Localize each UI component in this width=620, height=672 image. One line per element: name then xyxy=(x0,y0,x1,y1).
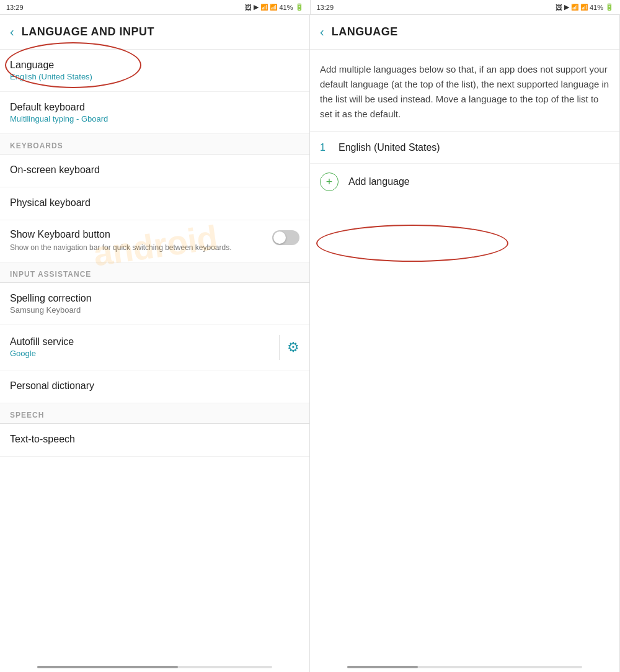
spelling-correction-item[interactable]: Spelling correction Samsung Keyboard xyxy=(0,283,309,325)
left-panel: ‹ LANGUAGE AND INPUT Language English (U… xyxy=(0,15,310,672)
right-panel-header: ‹ LANGUAGE xyxy=(310,15,619,50)
left-panel-header: ‹ LANGUAGE AND INPUT xyxy=(0,15,309,50)
physical-keyboard-item[interactable]: Physical keyboard xyxy=(0,187,309,220)
battery-icon-r: 🔋 xyxy=(605,3,614,11)
battery-right: 41% xyxy=(590,4,603,11)
right-back-button[interactable]: ‹ xyxy=(320,25,324,39)
left-time: 13:29 xyxy=(6,4,24,11)
autofill-gear-icon[interactable]: ⚙ xyxy=(287,339,299,356)
text-to-speech-title: Text-to-speech xyxy=(10,434,299,445)
show-keyboard-title: Show Keyboard button xyxy=(10,229,265,240)
language-item[interactable]: Language English (United States) xyxy=(0,50,309,92)
right-panel-content: Add multiple languages below so that, if… xyxy=(310,50,619,662)
left-panel-title: LANGUAGE AND INPUT xyxy=(22,25,154,38)
on-screen-keyboard-item[interactable]: On-screen keyboard xyxy=(0,155,309,187)
show-keyboard-toggle[interactable] xyxy=(272,230,299,245)
autofill-separator xyxy=(279,335,280,360)
left-panel-bottom xyxy=(0,662,309,672)
on-screen-keyboard-title: On-screen keyboard xyxy=(10,164,299,176)
left-status-bar: 13:29 🖼 ▶ 📶 📶 41% 🔋 xyxy=(0,0,310,15)
add-language-plus-icon: + xyxy=(320,172,339,191)
right-panel: ‹ LANGUAGE Add multiple languages below … xyxy=(310,15,620,672)
english-us-item[interactable]: 1 English (United States) xyxy=(310,132,619,164)
spelling-correction-subtitle: Samsung Keyboard xyxy=(10,305,299,315)
notif-icon-r: 🖼 xyxy=(556,4,562,11)
autofill-subtitle: Google xyxy=(10,349,272,358)
lang-number-1: 1 xyxy=(320,142,339,153)
language-title: Language xyxy=(10,60,299,71)
signal-icon: ▶ xyxy=(254,3,259,11)
autofill-service-item[interactable]: Autofill service Google ⚙ xyxy=(0,325,309,370)
text-to-speech-item[interactable]: Text-to-speech xyxy=(0,424,309,457)
right-status-bar: 13:29 🖼 ▶ 📶 📶 41% 🔋 xyxy=(310,0,621,15)
spelling-correction-title: Spelling correction xyxy=(10,293,299,304)
left-scroll-fill xyxy=(37,666,178,668)
wifi-icon-r: 📶 xyxy=(571,4,578,11)
wifi-icon: 📶 xyxy=(260,4,268,11)
autofill-text: Autofill service Google xyxy=(10,336,272,358)
default-keyboard-item[interactable]: Default keyboard Multilingual typing - G… xyxy=(0,92,309,134)
left-status-icons: 🖼 ▶ 📶 📶 41% 🔋 xyxy=(245,3,303,11)
right-scroll-indicator xyxy=(347,666,582,668)
battery-left: 41% xyxy=(279,4,293,11)
physical-keyboard-title: Physical keyboard xyxy=(10,197,299,208)
signal-bars-r: 📶 xyxy=(580,4,588,11)
right-time: 13:29 xyxy=(317,4,334,11)
left-scroll-indicator xyxy=(37,666,272,668)
language-subtitle: English (United States) xyxy=(10,72,299,81)
right-status-icons: 🖼 ▶ 📶 📶 41% 🔋 xyxy=(556,3,614,11)
add-language-item[interactable]: + Add language xyxy=(310,164,619,200)
battery-icon-left: 🔋 xyxy=(295,3,304,11)
input-assistance-section-header: INPUT ASSISTANCE xyxy=(0,262,309,282)
left-panel-content: Language English (United States) Default… xyxy=(0,50,309,662)
speech-section-header: SPEECH xyxy=(0,403,309,423)
left-back-button[interactable]: ‹ xyxy=(10,25,14,39)
show-keyboard-button-item: Show Keyboard button Show on the navigat… xyxy=(0,220,309,262)
signal-bars: 📶 xyxy=(270,4,277,11)
personal-dictionary-item[interactable]: Personal dictionary xyxy=(0,370,309,403)
signal-icon-r: ▶ xyxy=(564,3,569,11)
right-panel-title: LANGUAGE xyxy=(332,25,398,38)
english-us-label: English (United States) xyxy=(339,142,609,153)
default-keyboard-title: Default keyboard xyxy=(10,102,299,113)
add-language-label: Add language xyxy=(348,176,410,187)
show-keyboard-desc: Show on the navigation bar for quick swi… xyxy=(10,243,265,253)
keyboards-section-header: KEYBOARDS xyxy=(0,134,309,154)
notification-icon: 🖼 xyxy=(245,4,252,11)
right-panel-bottom xyxy=(310,662,619,672)
autofill-title: Autofill service xyxy=(10,336,272,347)
default-keyboard-subtitle: Multilingual typing - Gboard xyxy=(10,114,299,123)
right-scroll-fill xyxy=(347,666,418,668)
show-keyboard-text: Show Keyboard button Show on the navigat… xyxy=(10,229,272,253)
language-description: Add multiple languages below so that, if… xyxy=(310,50,619,132)
personal-dictionary-title: Personal dictionary xyxy=(10,380,299,392)
